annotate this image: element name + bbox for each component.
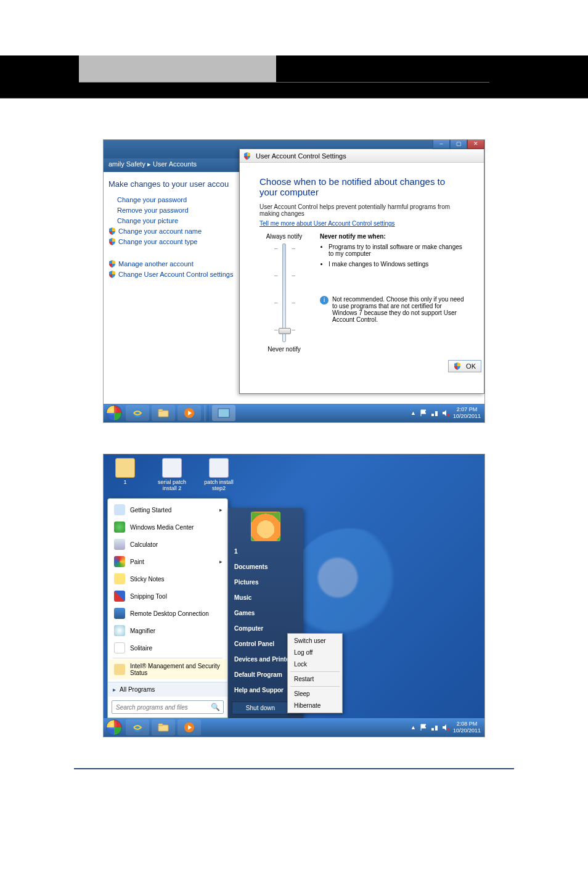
svg-rect-6: [431, 414, 434, 416]
tray-date: 10/20/2011: [453, 413, 481, 420]
shield-icon: [454, 362, 461, 370]
link-manage-another-account[interactable]: Manage another account: [108, 260, 234, 268]
desktop-icon-serial-patch[interactable]: serial patch install 2: [157, 458, 187, 491]
sm-intel-status[interactable]: Intel® Management and Security Status: [109, 660, 226, 679]
link-label: Change User Account Control settings: [118, 271, 234, 278]
user-accounts-pane: Make changes to your user accou Change y…: [104, 172, 239, 412]
shutdown-button[interactable]: Shut down: [232, 702, 288, 714]
flag-icon[interactable]: [420, 724, 427, 731]
sm-sticky-notes[interactable]: Sticky Notes: [109, 570, 226, 587]
sr-user[interactable]: 1: [228, 544, 303, 559]
sm-calculator[interactable]: Calculator: [109, 536, 226, 553]
link-label: Change your account name: [118, 227, 202, 235]
taskbar: ▲ 2:08 PM 10/20/2011: [104, 718, 484, 737]
sm-remote-desktop[interactable]: Remote Desktop Connection: [109, 605, 226, 622]
sm-snipping-tool[interactable]: Snipping Tool: [109, 587, 226, 605]
search-input[interactable]: [112, 700, 224, 714]
sr-music[interactable]: Music: [228, 590, 303, 605]
page-title: Make changes to your user accou: [108, 179, 234, 189]
system-tray[interactable]: ▲ 2:07 PM 10/20/2011: [410, 406, 484, 420]
start-button[interactable]: [104, 404, 125, 422]
shield-icon: [108, 260, 116, 268]
uac-slider[interactable]: [282, 244, 286, 342]
tray-arrow-icon[interactable]: ▲: [410, 410, 416, 416]
uac-heading: Choose when to be notified about changes…: [259, 176, 464, 197]
taskbar-ie-icon[interactable]: [126, 405, 149, 421]
sm-label: Intel® Management and Security Status: [130, 663, 221, 676]
svg-rect-7: [435, 411, 438, 416]
pm-lock[interactable]: Lock: [288, 658, 342, 670]
slider-thumb[interactable]: [279, 328, 291, 334]
ok-button[interactable]: OK: [448, 360, 481, 372]
taskbar-wmp-icon[interactable]: [178, 405, 201, 421]
taskbar-ie-icon[interactable]: [126, 719, 149, 735]
volume-icon[interactable]: [442, 409, 449, 417]
tray-time: 2:08 PM: [453, 721, 481, 727]
pm-switch-user[interactable]: Switch user: [288, 635, 342, 647]
pm-log-off[interactable]: Log off: [288, 647, 342, 658]
dialog-title: User Account Control Settings: [256, 152, 346, 160]
taskbar: ▲ 2:07 PM 10/20/2011: [104, 404, 484, 422]
separator: [290, 671, 340, 672]
link-change-account-name[interactable]: Change your account name: [108, 227, 234, 235]
sr-documents[interactable]: Documents: [228, 559, 303, 575]
dialog-titlebar[interactable]: User Account Control Settings: [240, 149, 484, 163]
snipping-tool-icon: [114, 591, 125, 602]
sm-getting-started[interactable]: Getting Started▸: [109, 501, 226, 518]
maximize-button[interactable]: ▢: [450, 139, 467, 149]
volume-icon[interactable]: [442, 724, 449, 731]
desktop-icon-patch-install[interactable]: patch install step2: [203, 458, 234, 491]
system-tray[interactable]: ▲ 2:08 PM 10/20/2011: [410, 721, 484, 734]
sm-magnifier[interactable]: Magnifier: [109, 622, 226, 639]
taskbar-app-icon[interactable]: [212, 405, 235, 421]
desktop-icon-1[interactable]: 1: [110, 458, 141, 491]
tray-arrow-icon[interactable]: ▲: [410, 724, 416, 731]
shield-icon: [243, 152, 251, 160]
sm-wmc[interactable]: Windows Media Center: [109, 518, 226, 536]
sr-games[interactable]: Games: [228, 605, 303, 621]
magnifier-icon: [114, 625, 125, 636]
link-change-picture[interactable]: Change your picture: [117, 217, 234, 224]
slider-label-always: Always notify: [259, 233, 309, 240]
svg-marker-8: [443, 410, 446, 416]
shield-icon: [108, 227, 116, 235]
user-avatar[interactable]: [251, 512, 280, 541]
link-change-account-type[interactable]: Change your account type: [108, 238, 234, 245]
taskbar-explorer-icon[interactable]: [152, 405, 175, 421]
pm-restart[interactable]: Restart: [288, 673, 342, 685]
sm-label: Sticky Notes: [130, 576, 165, 583]
start-button[interactable]: [104, 718, 125, 737]
sm-paint[interactable]: Paint▸: [109, 553, 226, 570]
taskbar-wmp-icon[interactable]: [178, 719, 201, 735]
pm-hibernate[interactable]: Hibernate: [288, 700, 342, 711]
flag-icon[interactable]: [420, 409, 427, 417]
close-button[interactable]: ✕: [467, 139, 484, 149]
sm-label: Windows Media Center: [130, 524, 194, 531]
calculator-icon: [114, 539, 125, 550]
screenshot-startmenu: 1 serial patch install 2 patch install s…: [103, 454, 485, 737]
sm-label: Remote Desktop Connection: [130, 610, 209, 617]
uac-learn-more-link[interactable]: Tell me more about User Account Control …: [259, 220, 395, 227]
tray-clock[interactable]: 2:07 PM 10/20/2011: [453, 406, 481, 420]
network-icon[interactable]: [431, 409, 438, 417]
link-remove-password[interactable]: Remove your password: [117, 207, 234, 214]
minimize-button[interactable]: –: [433, 139, 450, 149]
document-icon: [162, 458, 182, 478]
tray-clock[interactable]: 2:08 PM 10/20/2011: [453, 721, 481, 734]
link-change-uac-settings[interactable]: Change User Account Control settings: [108, 271, 234, 278]
slider-label-never: Never notify: [259, 346, 309, 353]
network-icon[interactable]: [431, 724, 438, 731]
sr-pictures[interactable]: Pictures: [228, 575, 303, 590]
sm-label: Calculator: [130, 541, 158, 548]
svg-marker-17: [443, 724, 446, 731]
svg-point-18: [447, 728, 449, 731]
link-change-password[interactable]: Change your password: [117, 196, 234, 203]
sm-all-programs[interactable]: ▸All Programs: [108, 682, 227, 697]
sm-solitaire[interactable]: Solitaire: [109, 639, 226, 657]
folder-icon: [115, 458, 135, 478]
pm-sleep[interactable]: Sleep: [288, 688, 342, 700]
taskbar-explorer-icon[interactable]: [152, 719, 175, 735]
header-right-cell: [276, 55, 489, 83]
paint-icon: [114, 556, 125, 567]
search-icon: 🔍: [211, 703, 220, 711]
